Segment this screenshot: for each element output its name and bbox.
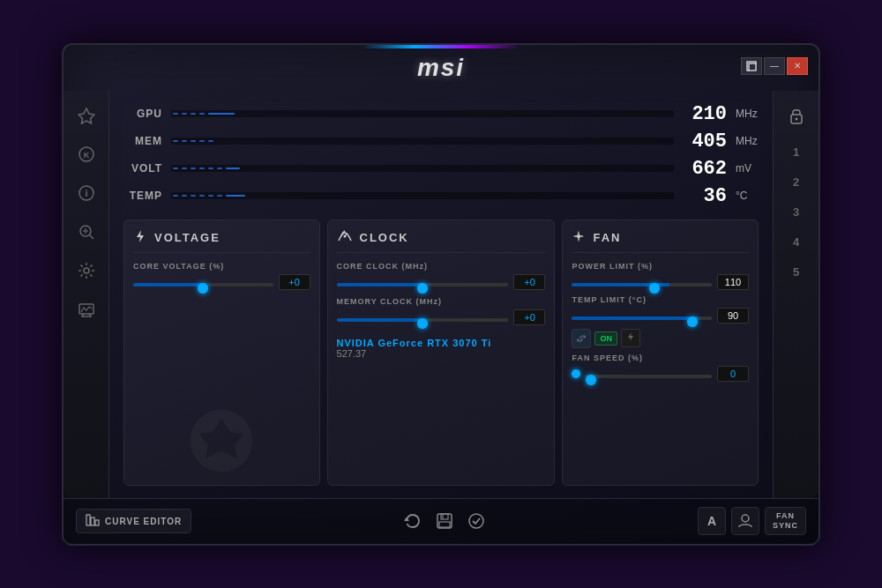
- fan-speed-label: FAN SPEED (%): [572, 354, 749, 362]
- fan-speed-slider[interactable]: [586, 375, 712, 378]
- panel-clock: CLOCK CORE CLOCK (MHz) +0: [327, 220, 556, 486]
- temp-limit-slider-row: 90: [572, 308, 749, 324]
- link-button[interactable]: [572, 329, 591, 348]
- meter-row-mem: MEM 405 MHz: [123, 130, 759, 153]
- save-button[interactable]: [435, 511, 454, 531]
- voltage-value-box: +0: [279, 274, 310, 290]
- fan-speed-slider-container: [586, 366, 712, 382]
- dragon-watermark: [133, 297, 310, 476]
- meter-label-temp: TEMP: [123, 190, 162, 202]
- svg-rect-24: [441, 514, 448, 519]
- panel-fan-title: FAN: [593, 231, 621, 244]
- meter-value-temp: 36: [683, 185, 727, 207]
- profile-2[interactable]: 2: [781, 168, 812, 197]
- fan-on-button[interactable]: ON: [594, 331, 617, 346]
- voltage-panel-icon: [133, 229, 147, 247]
- panel-clock-title: CLOCK: [360, 231, 409, 244]
- temp-limit-param: TEMP LIMIT (°C) 90: [572, 295, 749, 329]
- sidebar-icon-oc-scanner[interactable]: [71, 216, 102, 248]
- meter-row-volt: VOLT 662 mV: [123, 158, 759, 180]
- memory-clock-label: MEMORY CLOCK (MHz): [337, 297, 546, 306]
- svg-rect-25: [439, 522, 450, 527]
- curve-editor-label: CURVE EDITOR: [105, 517, 182, 526]
- fan-bolt-button[interactable]: [621, 329, 640, 347]
- toolbar-right: A FANSYNC: [698, 507, 806, 535]
- meter-bar-mem: [171, 138, 674, 145]
- meter-bar-gpu: [171, 110, 674, 117]
- svg-point-27: [469, 514, 483, 528]
- apply-button[interactable]: [467, 511, 486, 531]
- memory-clock-slider-row: +0: [337, 309, 546, 325]
- meters-section: GPU 210 MHz MEM: [123, 103, 759, 207]
- temp-limit-slider[interactable]: [572, 316, 712, 320]
- minimize-button[interactable]: —: [764, 57, 785, 75]
- fan-sync-button[interactable]: FANSYNC: [765, 507, 806, 535]
- title-bar-accent: [362, 45, 520, 48]
- meter-unit-mem: MHz: [736, 135, 759, 147]
- close-button[interactable]: ✕: [787, 57, 808, 75]
- fan-speed-value-box: 0: [717, 366, 749, 382]
- svg-rect-11: [79, 304, 93, 314]
- sidebar-icon-settings[interactable]: [71, 255, 102, 287]
- voltage-slider[interactable]: [133, 283, 273, 287]
- lock-icon[interactable]: [781, 100, 812, 131]
- meter-unit-temp: °C: [736, 190, 759, 202]
- restore-button[interactable]: [741, 57, 762, 75]
- memory-clock-slider-container: [337, 309, 509, 325]
- reset-button[interactable]: [403, 511, 422, 531]
- sidebar-icon-monitor[interactable]: [71, 294, 102, 325]
- profile-3[interactable]: 3: [781, 198, 812, 227]
- fan-speed-indicator: [572, 369, 580, 378]
- memory-clock-slider[interactable]: [337, 318, 509, 322]
- memory-clock-value-box: +0: [513, 309, 545, 325]
- app-logo: msi: [417, 54, 465, 82]
- voltage-param-label: CORE VOLTAGE (%): [133, 262, 310, 271]
- temp-limit-value-box: 90: [717, 308, 749, 324]
- svg-rect-21: [91, 517, 94, 525]
- gpu-info: NVIDIA GeForce RTX 3070 Ti 527.37: [337, 332, 546, 359]
- main-area: K i: [64, 91, 818, 498]
- title-bar: msi — ✕: [64, 45, 818, 91]
- profile-user-button[interactable]: [731, 507, 759, 535]
- gpu-version: 527.37: [337, 348, 546, 359]
- meter-value-gpu: 210: [683, 103, 727, 125]
- core-clock-slider[interactable]: [337, 283, 509, 287]
- profile-1[interactable]: 1: [781, 138, 812, 167]
- clock-panel-icon: [337, 229, 353, 247]
- curve-editor-button[interactable]: CURVE EDITOR: [76, 509, 191, 533]
- panel-clock-header: CLOCK: [337, 229, 546, 253]
- panels-section: VOLTAGE CORE VOLTAGE (%) +0: [123, 220, 759, 486]
- sidebar-icon-boost[interactable]: [71, 100, 102, 131]
- bottom-toolbar: CURVE EDITOR: [64, 498, 818, 544]
- svg-text:K: K: [83, 151, 89, 160]
- memory-clock-param: MEMORY CLOCK (MHz) +0: [337, 297, 546, 332]
- fan-panel-icon: [572, 229, 586, 247]
- power-limit-slider-row: 110: [572, 274, 749, 290]
- power-limit-value-box: 110: [717, 274, 749, 290]
- temp-limit-label: TEMP LIMIT (°C): [572, 295, 749, 304]
- meter-label-volt: VOLT: [123, 162, 162, 175]
- power-limit-slider[interactable]: [572, 283, 712, 287]
- svg-text:i: i: [85, 188, 87, 198]
- meter-value-volt: 662: [683, 158, 727, 180]
- core-clock-slider-row: +0: [337, 274, 546, 290]
- sidebar-icon-info[interactable]: i: [71, 177, 102, 209]
- meter-label-gpu: GPU: [123, 108, 162, 120]
- sidebar-icon-kboost[interactable]: K: [71, 138, 102, 170]
- profile-a-button[interactable]: A: [698, 507, 726, 535]
- svg-point-28: [742, 515, 749, 522]
- profile-5[interactable]: 5: [781, 258, 812, 287]
- panel-fan-header: FAN: [572, 229, 749, 253]
- fan-controls-row: ON: [572, 329, 749, 348]
- profile-4[interactable]: 4: [781, 228, 812, 257]
- left-sidebar: K i: [64, 91, 109, 498]
- svg-rect-20: [86, 515, 90, 525]
- meter-value-mem: 405: [683, 130, 727, 153]
- svg-line-7: [89, 234, 93, 239]
- meter-row-gpu: GPU 210 MHz: [123, 103, 759, 125]
- toolbar-center: [403, 511, 486, 531]
- profile-a-label: A: [707, 514, 716, 528]
- meter-unit-volt: mV: [736, 162, 759, 175]
- panel-voltage: VOLTAGE CORE VOLTAGE (%) +0: [123, 220, 320, 486]
- fan-speed-param: FAN SPEED (%) 0: [572, 354, 749, 382]
